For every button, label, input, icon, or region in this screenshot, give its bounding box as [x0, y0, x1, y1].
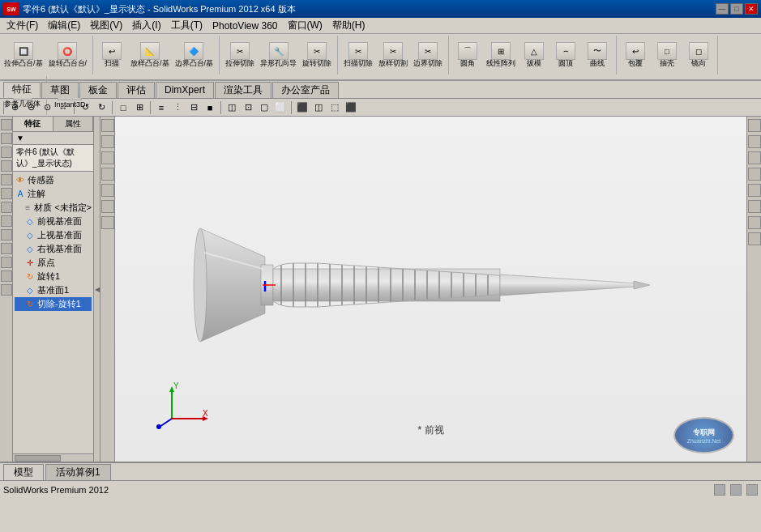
view-btn-6[interactable]: □ [116, 100, 130, 115]
view-btn-10[interactable]: ⊟ [186, 100, 201, 115]
toolbar-btn-4-1[interactable]: ⊞线性阵列 [484, 36, 518, 74]
mid-left-icon-2[interactable] [101, 151, 114, 164]
toolbar-btn-4-4[interactable]: 〜曲线 [582, 36, 613, 74]
toolbar-btn-5-2[interactable]: ◻镜向 [683, 36, 714, 74]
toolbar-btn-4-0[interactable]: ⌒圆角 [452, 36, 483, 74]
view-btn-1[interactable]: ⊖ [24, 100, 38, 115]
feature-manager-tab[interactable]: 特征 [13, 117, 53, 131]
toolbar-btn-0-1[interactable]: ⭕旋转凸台台/ [46, 36, 90, 74]
tree-item-3[interactable]: ◇前视基准面 [15, 215, 92, 228]
view-btn-15[interactable]: ⬜ [273, 100, 288, 115]
tree-item-4[interactable]: ◇上视基准面 [15, 228, 92, 242]
right-panel-icon-7[interactable] [748, 232, 761, 245]
tab-渲染工具[interactable]: 渲染工具 [215, 82, 271, 98]
view-btn-3[interactable]: ↔ [56, 100, 71, 115]
view-btn-7[interactable]: ⊞ [132, 100, 147, 115]
toolbar-btn-4-2[interactable]: △拔模 [519, 36, 549, 74]
left-sidebar-icon-1[interactable] [1, 133, 12, 144]
view-btn-16[interactable]: ⬛ [295, 100, 310, 115]
toolbar-btn-4-3[interactable]: ⌢圆顶 [550, 36, 581, 74]
left-sidebar-icon-0[interactable] [1, 119, 12, 130]
maximize-button[interactable]: □ [730, 3, 743, 15]
horizontal-scrollbar[interactable] [13, 453, 93, 462]
left-sidebar-icon-7[interactable] [1, 215, 12, 227]
tab-草图[interactable]: 草图 [41, 82, 79, 98]
tree-item-9[interactable]: ↻切除-旋转1 [15, 297, 92, 311]
menu-item-t[interactable]: 工具(T) [166, 17, 207, 34]
view-btn-14[interactable]: ▢ [257, 100, 271, 115]
menu-item-photoview[interactable]: PhotoView 360 [207, 19, 283, 33]
tree-item-5[interactable]: ◇右视基准面 [15, 242, 92, 256]
view-btn-19[interactable]: ⬛ [344, 100, 358, 115]
left-sidebar-icon-6[interactable] [1, 202, 12, 213]
right-panel-icon-0[interactable] [748, 119, 761, 132]
view-btn-8[interactable]: ≡ [154, 100, 169, 115]
menu-item-h[interactable]: 帮助(H) [327, 17, 370, 34]
left-sidebar-icon-5[interactable] [1, 188, 12, 199]
toolbar-btn-2-2[interactable]: ✂旋转切除 [300, 36, 334, 74]
tab-评估[interactable]: 评估 [118, 82, 155, 98]
toolbar-btn-3-0[interactable]: ✂扫描切除 [341, 36, 375, 74]
toolbar-btn-1-2[interactable]: 🔷边界凸台/基 [173, 36, 216, 74]
toolbar-btn-0-0[interactable]: 🔲拉伸凸台/基 [2, 36, 45, 74]
mid-left-icon-6[interactable] [101, 216, 114, 229]
left-sidebar-icon-3[interactable] [1, 160, 12, 172]
menu-item-f[interactable]: 文件(F) [2, 17, 43, 34]
tab-板金[interactable]: 板金 [79, 82, 117, 98]
view-btn-11[interactable]: ■ [203, 100, 217, 115]
tree-item-0[interactable]: 👁传感器 [15, 173, 92, 187]
menu-item-e[interactable]: 编辑(E) [43, 17, 85, 34]
menu-item-v[interactable]: 视图(V) [85, 17, 127, 34]
part-name[interactable]: 零件6 (默认《默认》_显示状态) [13, 145, 93, 172]
toolbar-btn-5-1[interactable]: □抽壳 [652, 36, 682, 74]
right-panel-icon-1[interactable] [748, 135, 761, 148]
tree-item-2[interactable]: ≡材质 <未指定> [15, 201, 92, 215]
property-tab[interactable]: 属性 [53, 117, 94, 131]
3d-viewport[interactable]: Y X 前视 专职网 Zhuanzhi.Net [115, 117, 746, 462]
tree-item-1[interactable]: A注解 [15, 187, 92, 201]
mid-left-icon-0[interactable] [101, 119, 114, 132]
toolbar-btn-1-0[interactable]: ↩扫描 [96, 36, 127, 74]
right-panel-icon-6[interactable] [748, 216, 761, 229]
view-btn-4[interactable]: ↺ [78, 100, 92, 115]
tree-item-6[interactable]: ✛原点 [15, 256, 92, 270]
toolbar-btn-1-1[interactable]: 📐放样凸台/基 [128, 36, 172, 74]
toolbar-btn-3-2[interactable]: ✂边界切除 [411, 36, 445, 74]
tree-item-7[interactable]: ↻旋转1 [15, 270, 92, 283]
view-btn-5[interactable]: ↻ [94, 100, 109, 115]
panel-collapse-handle[interactable]: ◀ [94, 117, 100, 462]
view-btn-2[interactable]: ⊙ [40, 100, 54, 115]
scrollbar-thumb[interactable] [15, 455, 61, 462]
view-btn-12[interactable]: ◫ [224, 100, 239, 115]
toolbar-btn-3-1[interactable]: ✂放样切割 [376, 36, 410, 74]
right-panel-icon-2[interactable] [748, 151, 761, 164]
toolbar-btn-5-0[interactable]: ↩包覆 [620, 36, 651, 74]
mid-left-icon-4[interactable] [101, 184, 114, 197]
toolbar-btn-2-1[interactable]: 🔧异形孔向导 [258, 36, 299, 74]
minimize-button[interactable]: — [716, 3, 729, 15]
left-sidebar-icon-12[interactable] [1, 284, 12, 296]
menu-item-w[interactable]: 窗口(W) [283, 17, 327, 34]
tab-办公室产品[interactable]: 办公室产品 [272, 82, 339, 98]
bottom-tab-1[interactable]: 活动算例1 [45, 464, 111, 480]
tab-特征[interactable]: 特征 [3, 82, 41, 98]
view-btn-13[interactable]: ⊡ [241, 100, 255, 115]
mid-left-icon-1[interactable] [101, 135, 114, 148]
mid-left-icon-5[interactable] [101, 200, 114, 213]
right-panel-icon-5[interactable] [748, 200, 761, 213]
left-sidebar-icon-11[interactable] [1, 270, 12, 282]
view-btn-18[interactable]: ⬚ [327, 100, 342, 115]
tree-item-8[interactable]: ◇基准面1 [15, 283, 92, 297]
view-btn-0[interactable]: ⊕ [7, 100, 22, 115]
view-btn-17[interactable]: ◫ [311, 100, 326, 115]
tab-DimXpert[interactable]: DimXpert [156, 82, 214, 98]
left-sidebar-icon-9[interactable] [1, 243, 12, 254]
view-btn-9[interactable]: ⋮ [170, 100, 185, 115]
mid-left-icon-3[interactable] [101, 168, 114, 181]
right-panel-icon-4[interactable] [748, 184, 761, 197]
menu-item-i[interactable]: 插入(I) [127, 17, 165, 34]
left-sidebar-icon-4[interactable] [1, 174, 12, 185]
left-sidebar-icon-8[interactable] [1, 229, 12, 240]
close-button[interactable]: ✕ [745, 3, 758, 15]
bottom-tab-0[interactable]: 模型 [3, 464, 44, 480]
